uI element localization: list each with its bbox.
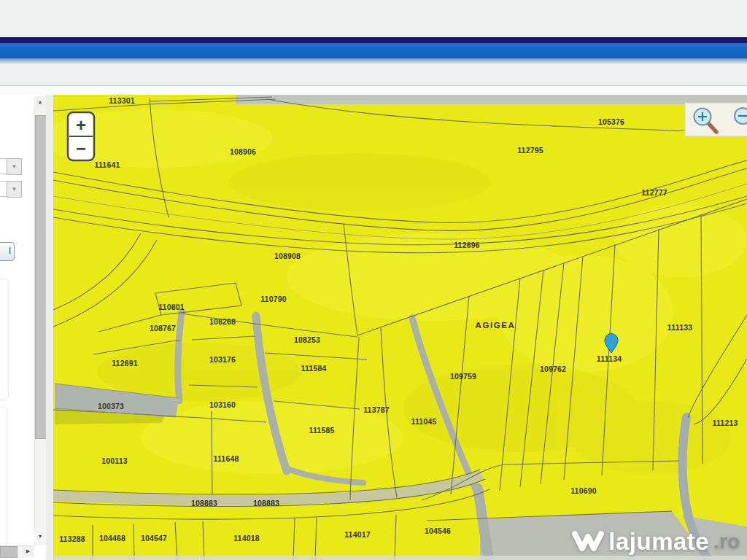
parcel-label: 112691: [112, 359, 138, 368]
parcel-label: 111584: [301, 364, 326, 373]
watermark-name: lajumate: [608, 528, 709, 556]
parcel-label: 103176: [209, 355, 236, 364]
parcel-label: 110790: [260, 295, 287, 303]
header-spacer: [0, 64, 747, 85]
parcel-label: 114018: [233, 534, 260, 542]
parcel-label: 105376: [598, 117, 624, 126]
parcel-label: 109762: [540, 365, 566, 373]
parcel-label: 108908: [274, 252, 301, 260]
zoom-in-button[interactable]: +: [76, 115, 86, 135]
parcel-label: 104468: [99, 534, 125, 542]
watermark-tld: .ro: [713, 530, 740, 553]
chevron-down-icon[interactable]: ▼: [7, 181, 22, 198]
parcel-label: 114017: [344, 530, 371, 539]
map-toolbar: [685, 103, 747, 136]
scroll-up-icon[interactable]: ▲: [34, 96, 46, 108]
sidebar-ghost-panel: [0, 279, 9, 400]
scroll-right-icon[interactable]: ▶: [23, 546, 34, 556]
parcel-label: 108883: [191, 499, 217, 508]
horizontal-scrollbar-thumb[interactable]: [0, 546, 18, 558]
parcel-label: 112795: [517, 146, 543, 155]
watermark: lajumate .ro: [572, 528, 740, 556]
map-zoom-control: + −: [68, 112, 94, 160]
cadastral-map[interactable]: 1133011116411089061053761127951127771126…: [53, 95, 747, 560]
parcel-label: 111134: [597, 354, 622, 363]
parcel-label: 108767: [150, 324, 176, 332]
parcel-label: 100373: [98, 402, 124, 411]
map-bottom-edge: [53, 556, 747, 560]
parcel-label: 103160: [209, 400, 236, 409]
sidebar-ghost-panel: [0, 407, 7, 547]
parcel-label: 108883: [253, 499, 279, 508]
sidebar-partial-button[interactable]: l: [0, 242, 15, 261]
parcel-label: 100113: [101, 456, 128, 465]
parcel-label: 104546: [425, 526, 451, 535]
zoom-out-button[interactable]: −: [76, 139, 86, 158]
blue-bar-shadow: [0, 58, 747, 64]
parcel-label: 110690: [570, 486, 597, 495]
vertical-scrollbar-thumb[interactable]: [35, 115, 47, 439]
page-top-spacer: [0, 0, 747, 37]
parcel-label: 113301: [109, 96, 135, 105]
blue-nav-bar: [0, 43, 747, 58]
parcel-label: 111585: [309, 426, 334, 435]
parcel-label: 108906: [230, 147, 256, 156]
chevron-down-icon[interactable]: ▼: [7, 158, 22, 175]
locality-label: AGIGEA: [476, 321, 516, 330]
sidebar-map-gap: [46, 95, 53, 560]
parcel-label: 111641: [94, 160, 120, 169]
parcel-label: 111133: [667, 323, 693, 332]
parcel-label: 112696: [454, 241, 480, 249]
parcel-label: 104547: [141, 534, 167, 542]
parcel-label: 111648: [213, 454, 239, 463]
parcel-label: 110801: [158, 303, 185, 311]
lajumate-logo-icon: [572, 528, 604, 556]
parcel-label: 109759: [450, 372, 476, 381]
parcel-label: 113288: [59, 534, 85, 543]
scroll-down-icon[interactable]: ▼: [34, 531, 46, 542]
navy-accent-bar: [0, 37, 747, 43]
parcel-label: 108268: [209, 317, 236, 326]
sidebar-panel: ▼ ▼ l ▲ ▼ ▶: [0, 95, 53, 560]
parcel-label: 111045: [411, 417, 436, 426]
parcel-label: 108253: [294, 335, 320, 344]
parcel-label: 111213: [712, 419, 738, 427]
parcel-label: 113787: [363, 405, 390, 414]
map-top-gray-band: [236, 95, 747, 104]
parcel-label: 112777: [641, 188, 667, 197]
